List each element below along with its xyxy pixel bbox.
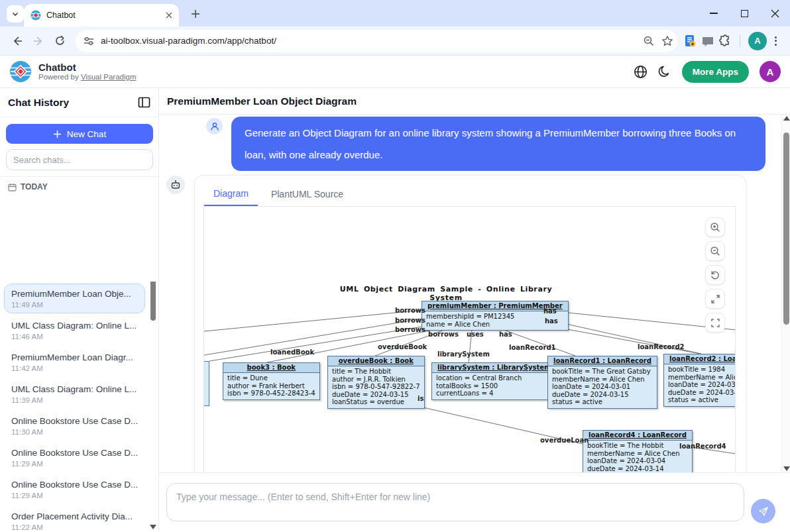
app-title: Chatbot bbox=[38, 62, 136, 73]
chat-title: PremiumMember Loan Obje... bbox=[11, 289, 138, 299]
bookmark-star-icon[interactable] bbox=[661, 35, 673, 47]
edge-label: has bbox=[543, 307, 557, 315]
toolbar-extensions-area: A bbox=[683, 32, 783, 50]
powered-by-prefix: Powered by bbox=[38, 73, 79, 81]
back-button[interactable] bbox=[7, 30, 28, 52]
object-attr: dueDate = 2024-03-15 bbox=[332, 391, 420, 399]
object-attr: bookTitle = The Hobbit bbox=[587, 442, 688, 450]
user-avatar[interactable]: A bbox=[760, 61, 781, 82]
assistant-avatar-robot-icon bbox=[166, 176, 185, 194]
chevron-down-icon bbox=[11, 10, 19, 18]
zoom-in-button[interactable] bbox=[705, 217, 725, 237]
tab-plantuml-source[interactable]: PlantUML Source bbox=[262, 185, 353, 206]
minimize-button[interactable] bbox=[699, 0, 729, 27]
browser-profile-avatar[interactable]: A bbox=[748, 32, 767, 50]
close-tab-icon[interactable] bbox=[166, 12, 172, 19]
chat-list-item[interactable]: Online Bookstore Use Case D... 11:29 AM bbox=[4, 474, 145, 504]
edge-label: is bbox=[418, 395, 423, 402]
visual-paradigm-link[interactable]: Visual Paradigm bbox=[81, 73, 137, 81]
object-attr: loanDate = 2024-03-04 bbox=[587, 457, 688, 465]
scroll-up-icon[interactable] bbox=[783, 116, 790, 121]
browser-menu-icon[interactable] bbox=[771, 32, 781, 50]
fullscreen-button[interactable] bbox=[705, 313, 725, 333]
diagram-controls bbox=[705, 217, 725, 333]
fit-expand-button[interactable] bbox=[705, 289, 725, 309]
edge-label: borrows bbox=[395, 307, 425, 314]
object-attr: loanStatus = overdue bbox=[332, 398, 420, 406]
site-settings-icon[interactable] bbox=[84, 36, 94, 46]
browser-tab[interactable]: Chatbot bbox=[24, 4, 179, 27]
edge-label: borrows bbox=[395, 317, 425, 324]
edge-label: librarySystem bbox=[437, 350, 490, 358]
new-tab-button[interactable] bbox=[188, 7, 203, 21]
edge-label: loanedBook bbox=[270, 348, 314, 356]
url-text[interactable]: ai-toolbox.visual-paradigm.com/app/chatb… bbox=[101, 36, 636, 46]
edge-label: loanRecord4 bbox=[679, 443, 726, 450]
edge-label: overdueLoan bbox=[540, 437, 589, 444]
tab-title: Chatbot bbox=[46, 11, 160, 20]
chat-area: Generate an Object Diagram for an online… bbox=[159, 115, 790, 472]
edge-label: borrows bbox=[428, 331, 459, 338]
tab-diagram[interactable]: Diagram bbox=[204, 185, 258, 206]
chat-title: Online Bookstore Use Case D... bbox=[11, 416, 138, 426]
object-attr: status = active bbox=[668, 396, 736, 404]
chat-list-item[interactable]: UML Class Diagram: Online L... 11:46 AM bbox=[4, 315, 145, 345]
extensions-puzzle-icon[interactable] bbox=[718, 34, 732, 48]
conversation-title: PremiumMember Loan Object Diagram bbox=[167, 95, 357, 107]
object-box-loan-record4: loanRecord4 : LoanRecord bookTitle = The… bbox=[583, 430, 693, 472]
chat-title: Online Bookstore Use Case D... bbox=[11, 480, 138, 490]
reset-view-button[interactable] bbox=[705, 265, 725, 285]
chat-list-item[interactable]: Order Placement Activity Dia... 11:22 AM bbox=[4, 506, 145, 532]
message-input-bar bbox=[159, 472, 790, 532]
close-window-button[interactable] bbox=[760, 0, 790, 27]
language-globe-icon[interactable] bbox=[634, 65, 648, 79]
zoom-out-page-icon[interactable] bbox=[643, 35, 655, 47]
object-box-premium-member: premiumMember : PremiumMember membership… bbox=[422, 301, 569, 331]
edge-label: uses bbox=[467, 331, 484, 338]
forward-button[interactable] bbox=[28, 30, 49, 52]
object-attr: totalBooks = 1500 bbox=[436, 382, 553, 390]
object-box-title: librarySystem : LibrarySystem bbox=[432, 363, 557, 373]
chat-list: PremiumMember Loan Obje... 11:49 AM UML … bbox=[0, 282, 158, 532]
object-attr: name = Alice Chen bbox=[426, 321, 564, 329]
tab-search-button[interactable] bbox=[7, 5, 24, 23]
object-attr: title = Dune bbox=[227, 374, 315, 382]
zoom-out-button[interactable] bbox=[705, 241, 725, 261]
browser-toolbar: ai-toolbox.visual-paradigm.com/app/chatb… bbox=[0, 27, 790, 56]
calendar-icon bbox=[8, 183, 17, 191]
collapse-sidebar-icon[interactable] bbox=[138, 96, 150, 109]
object-attr: dueDate = 2024-03-15 bbox=[552, 391, 653, 399]
main-area: PremiumMember Loan Object Diagram Genera… bbox=[159, 88, 790, 532]
chat-list-item[interactable]: PremiumMember Loan Diagr... 11:42 AM bbox=[4, 347, 145, 377]
reload-button[interactable] bbox=[49, 30, 70, 52]
chat-list-item[interactable]: Online Bookstore Use Case D... 11:30 AM bbox=[4, 411, 145, 441]
search-chats-input[interactable] bbox=[6, 149, 153, 170]
dark-mode-moon-icon[interactable] bbox=[658, 65, 671, 78]
sidebar-scrollbar-thumb[interactable] bbox=[150, 282, 156, 321]
reading-list-icon[interactable] bbox=[683, 34, 697, 48]
main-scrollbar[interactable] bbox=[781, 115, 790, 472]
url-bar[interactable]: ai-toolbox.visual-paradigm.com/app/chatb… bbox=[76, 30, 677, 52]
chat-time: 11:29 AM bbox=[11, 492, 138, 500]
scroll-down-icon[interactable] bbox=[783, 466, 790, 471]
send-button[interactable] bbox=[751, 499, 775, 523]
chat-list-item[interactable]: Online Bookstore Use Case D... 11:29 AM bbox=[4, 443, 145, 472]
maximize-button[interactable] bbox=[729, 0, 760, 27]
more-apps-button[interactable]: More Apps bbox=[682, 61, 749, 83]
maximize-icon bbox=[741, 10, 748, 17]
diagram-viewport[interactable]: UML Object Diagram Sample - Online Libra… bbox=[203, 206, 736, 472]
sidebar-scrollbar[interactable] bbox=[149, 282, 157, 532]
edge-label: loanRecord1 bbox=[509, 344, 556, 351]
chat-time: 11:46 AM bbox=[11, 333, 138, 341]
new-chat-button[interactable]: New Chat bbox=[6, 124, 153, 144]
main-scrollbar-thumb[interactable] bbox=[783, 133, 789, 325]
new-chat-label: New Chat bbox=[67, 129, 106, 139]
chat-list-item[interactable]: PremiumMember Loan Obje... 11:49 AM bbox=[4, 284, 145, 313]
scroll-down-icon[interactable] bbox=[150, 525, 156, 529]
comment-icon[interactable] bbox=[701, 34, 714, 48]
message-input[interactable] bbox=[166, 483, 744, 521]
chat-list-item[interactable]: UML Class Diagram: Online L... 11:39 AM bbox=[4, 379, 145, 409]
chat-time: 11:49 AM bbox=[11, 301, 138, 309]
object-box-overdue-book: overdueBook : Book title = The Hobbit au… bbox=[327, 356, 425, 409]
powered-by: Powered by Visual Paradigm bbox=[38, 73, 136, 81]
